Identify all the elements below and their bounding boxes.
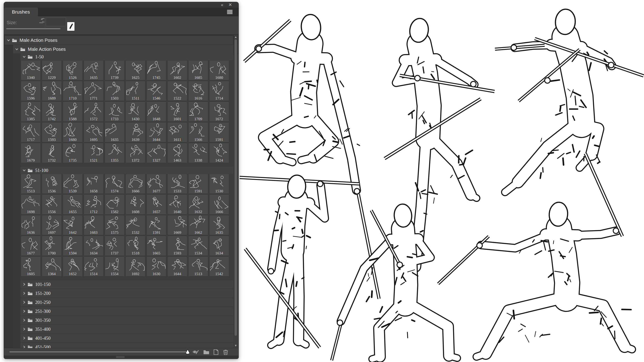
- scroll-down-icon[interactable]: ▼: [234, 344, 237, 347]
- brush-item[interactable]: 1605: [21, 257, 41, 277]
- tree-group-51-100[interactable]: 51-100: [20, 167, 233, 174]
- brush-item[interactable]: 1518: [126, 236, 145, 256]
- brush-item[interactable]: 1566: [188, 122, 208, 142]
- tree-group-101-150[interactable]: 101-150: [20, 280, 233, 288]
- brush-item[interactable]: 1685: [188, 60, 208, 80]
- brush-item[interactable]: 1522: [168, 81, 187, 101]
- brush-item[interactable]: 1697: [42, 215, 62, 235]
- horizontal-scroll-thumb[interactable]: [116, 356, 125, 358]
- brush-item[interactable]: 1608: [126, 194, 145, 214]
- brush-item[interactable]: 1534: [188, 236, 208, 256]
- tree-subfolder[interactable]: Male Action Poses: [13, 45, 233, 53]
- brush-item[interactable]: 1511: [126, 81, 145, 101]
- brush-item[interactable]: 1636: [21, 215, 41, 235]
- chevron-right-icon[interactable]: [22, 327, 26, 331]
- scroll-up-icon[interactable]: ▲: [234, 35, 237, 38]
- brush-item[interactable]: 1648: [146, 102, 166, 122]
- brush-item[interactable]: 1556: [42, 194, 62, 214]
- brush-item[interactable]: 1672: [209, 102, 229, 122]
- brush-item[interactable]: 1521: [84, 143, 104, 163]
- chevron-down-icon[interactable]: [22, 55, 26, 59]
- brush-item[interactable]: 1666: [209, 194, 229, 214]
- brush-item[interactable]: 1644: [168, 257, 187, 277]
- brush-item[interactable]: 1732: [42, 143, 62, 163]
- delete-brush-button[interactable]: [222, 349, 229, 355]
- brush-item[interactable]: 1594: [63, 236, 82, 256]
- brush-item[interactable]: 1591: [146, 215, 166, 235]
- brush-item[interactable]: 1372: [126, 143, 145, 163]
- brush-item[interactable]: 1698: [21, 194, 41, 214]
- brush-item[interactable]: 1514: [84, 257, 104, 277]
- brush-item[interactable]: 1640: [168, 194, 187, 214]
- brush-item[interactable]: 1430: [126, 102, 145, 122]
- brush-item[interactable]: 1634: [209, 236, 229, 256]
- chevron-right-icon[interactable]: [22, 292, 26, 295]
- brush-item[interactable]: 1546: [146, 81, 166, 101]
- footer-slider-track[interactable]: [10, 352, 186, 352]
- brush-item[interactable]: 1463: [168, 143, 187, 163]
- brush-item[interactable]: 1644: [146, 122, 166, 142]
- brush-item[interactable]: 1683: [84, 215, 104, 235]
- brush-item[interactable]: 1635: [209, 215, 229, 235]
- brush-item[interactable]: 1424: [209, 143, 229, 163]
- brush-item[interactable]: 1714: [209, 81, 229, 101]
- chevron-down-icon[interactable]: [15, 47, 19, 51]
- brush-item[interactable]: 1739: [105, 60, 124, 80]
- chevron-right-icon[interactable]: [22, 300, 26, 304]
- brush-item[interactable]: 1692: [126, 257, 145, 277]
- horizontal-scrollbar[interactable]: [4, 356, 238, 359]
- brush-item[interactable]: 1591: [209, 122, 229, 142]
- tree-group-151-200[interactable]: 151-200: [20, 289, 233, 297]
- brush-item[interactable]: 1593: [42, 122, 62, 142]
- tree-root-folder[interactable]: Male Action Poses: [5, 36, 233, 44]
- brush-item[interactable]: 1625: [126, 60, 145, 80]
- brush-item[interactable]: 1554: [105, 257, 124, 277]
- brush-item[interactable]: 1574: [105, 174, 124, 194]
- brush-item[interactable]: 1642: [63, 215, 82, 235]
- brush-item[interactable]: 1340: [21, 60, 41, 80]
- brush-item[interactable]: 1658: [84, 174, 104, 194]
- brush-item[interactable]: 1652: [63, 257, 82, 277]
- panel-menu-icon[interactable]: [227, 10, 232, 14]
- reset-size-icon[interactable]: [38, 18, 44, 26]
- chevron-down-icon[interactable]: [7, 38, 10, 42]
- brush-item[interactable]: 1616: [188, 81, 208, 101]
- vertical-scrollbar[interactable]: ▲ ▼: [234, 35, 238, 348]
- brush-item[interactable]: 1742: [42, 102, 62, 122]
- brush-preview-toggle[interactable]: [67, 22, 75, 31]
- brush-item[interactable]: 1665: [146, 236, 166, 256]
- brush-item[interactable]: 1745: [146, 60, 166, 80]
- chevron-right-icon[interactable]: [22, 283, 26, 286]
- brush-item[interactable]: 1572: [84, 102, 104, 122]
- brush-item[interactable]: 1582: [105, 194, 124, 214]
- brush-item[interactable]: 1680: [63, 122, 82, 142]
- brush-item[interactable]: 1737: [105, 236, 124, 256]
- brush-item[interactable]: 1712: [84, 194, 104, 214]
- chevron-right-icon[interactable]: [22, 336, 26, 340]
- brush-item[interactable]: 1338: [188, 143, 208, 163]
- brush-item[interactable]: 1634: [84, 236, 104, 256]
- brush-item[interactable]: 1632: [188, 194, 208, 214]
- brush-item[interactable]: 1575: [105, 215, 124, 235]
- brush-item[interactable]: 1611: [168, 122, 187, 142]
- tab-brushes[interactable]: Brushes: [4, 7, 38, 16]
- brush-item[interactable]: 1771: [84, 81, 104, 101]
- brush-item[interactable]: 1593: [168, 236, 187, 256]
- tree-group-351-400[interactable]: 351-400: [20, 325, 233, 333]
- brush-item[interactable]: 1669: [168, 215, 187, 235]
- size-slider[interactable]: [6, 28, 60, 29]
- brush-item[interactable]: 1539: [63, 174, 82, 194]
- brush-item[interactable]: 1532: [126, 215, 145, 235]
- brush-item[interactable]: 1536: [42, 174, 62, 194]
- brush-item[interactable]: 1588: [63, 102, 82, 122]
- new-brush-button[interactable]: [213, 349, 219, 355]
- brush-item[interactable]: 1591: [188, 174, 208, 194]
- brush-item[interactable]: 1542: [209, 257, 229, 277]
- tree-group-201-250[interactable]: 201-250: [20, 298, 233, 306]
- brush-item[interactable]: 1229: [42, 60, 62, 80]
- footer-slider-thumb[interactable]: [185, 349, 191, 356]
- brush-stroke-preview-icon[interactable]: [192, 349, 199, 355]
- chevron-down-icon[interactable]: [22, 168, 26, 172]
- brush-item[interactable]: 1596: [21, 81, 41, 101]
- close-panel-icon[interactable]: ✕: [228, 2, 232, 7]
